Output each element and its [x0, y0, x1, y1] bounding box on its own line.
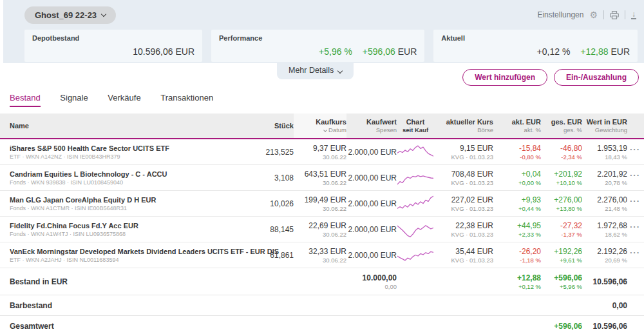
wert-cell: 2.201,92 20,78 % — [582, 170, 627, 186]
name-cell: Fidelity Fd.China Focus Fd.Y Acc EUR Fon… — [10, 222, 263, 237]
tab-bestand[interactable]: Bestand — [10, 93, 41, 107]
kaufkurs-cell: 9,37 EUR 30.06.22 — [294, 144, 346, 161]
asset-name-link[interactable]: iShares S&P 500 Health Care Sector UCITS… — [10, 144, 263, 152]
aktuell-amount: +12,88 — [580, 46, 608, 57]
table-row[interactable]: iShares S&P 500 Health Care Sector UCITS… — [0, 139, 644, 165]
row-menu-button[interactable]: ··· — [630, 144, 640, 154]
performance-card: Performance +5,96 %+596,06 EUR — [211, 30, 424, 62]
aktuell-label: Aktuell — [441, 34, 630, 42]
deposit-withdraw-button[interactable]: Ein-/Auszahlung — [554, 69, 639, 86]
bestand-wert: 10.596,06 — [582, 277, 627, 286]
bestand-summary-label: Bestand in EUR — [10, 277, 263, 286]
toolbar-divider — [603, 10, 604, 19]
table-body: iShares S&P 500 Health Care Sector UCITS… — [0, 139, 644, 268]
kaufwert-cell: 2.000,00 EUR — [346, 199, 397, 208]
gesamtwert-wert: 10.596,06 — [582, 322, 627, 331]
asset-name-link[interactable]: Man GLG Japan CoreAlpha Equity D H EUR — [10, 196, 263, 204]
action-buttons: Wert hinzufügen Ein-/Auszahlung — [462, 69, 639, 86]
ges-change: +276,00 +13,80 % — [541, 195, 582, 212]
column-kaufwert: Kaufwert Spesen — [346, 118, 397, 133]
tab-verkaeufe[interactable]: Verkäufe — [108, 93, 140, 106]
ges-change: -27,32 -1,37 % — [541, 221, 582, 238]
name-cell: VanEck Morningstar Developed Markets Div… — [10, 248, 263, 263]
summary-cards: Depotbestand 10.596,06 EUR Performance +… — [24, 30, 638, 62]
barbestand-wert: 0,00 — [582, 301, 627, 310]
sparkline-chart — [397, 169, 434, 187]
stueck-cell: 10,026 — [263, 199, 294, 208]
row-menu-button[interactable]: ··· — [630, 170, 640, 180]
more-details-toggle[interactable]: Mehr Details — [277, 63, 354, 79]
sort-chevron-icon — [323, 128, 327, 132]
gesamtwert-row: Gesamtwert +596,06 10.596,06 — [0, 316, 644, 334]
column-chart: Chart seit Kauf — [397, 118, 434, 133]
wert-cell: 1.953,19 18,43 % — [582, 144, 627, 161]
sparkline-chart — [397, 246, 434, 264]
aktuell-card: Aktuell +0,12 %+12,88 EUR — [433, 30, 638, 62]
aktuell-percent: +0,12 % — [537, 46, 571, 57]
kaufwert-cell: 2.000,00 EUR — [346, 173, 397, 182]
akt-change: +0,04 +0,00 % — [493, 170, 541, 186]
tab-bar: Bestand Signale Verkäufe Transaktionen — [10, 93, 644, 107]
name-cell: Man GLG Japan CoreAlpha Equity D H EUR F… — [10, 196, 263, 211]
sparkline-chart — [397, 221, 434, 239]
row-menu-button[interactable]: ··· — [630, 196, 640, 206]
kurs-cell: 708,48 EUR KVG · 01.03.23 — [434, 170, 493, 186]
bestand-summary-row: Bestand in EUR 10.000,00 0,00 +12,88 +0,… — [0, 268, 644, 295]
download-icon[interactable]: ↓ — [631, 11, 636, 19]
performance-label: Performance — [219, 34, 417, 42]
table-row[interactable]: Candriam Equities L Biotechnology - C - … — [0, 165, 644, 191]
column-ges-eur: ges. EUR ges. % — [541, 118, 582, 133]
barbestand-row: Barbestand 0,00 — [0, 295, 644, 316]
barbestand-label: Barbestand — [10, 301, 263, 310]
depotbestand-value: 10.596,06 EUR — [133, 46, 194, 57]
bestand-kaufwert: 10.000,00 0,00 — [346, 273, 397, 290]
header-toolbar: Einstellungen ⚙ ↓ — [537, 10, 636, 19]
column-stueck: Stück — [263, 122, 294, 130]
aktuell-value: +0,12 %+12,88 EUR — [537, 46, 630, 57]
portfolio-selector[interactable]: Ghost_69 22-23 — [24, 6, 116, 24]
column-akt-eur: akt. EUR akt. % — [493, 118, 541, 133]
holdings-table: Name Stück Kaufkurs Datum Kaufwert Spese… — [0, 113, 644, 334]
row-menu-button[interactable]: ··· — [630, 248, 640, 257]
gear-icon[interactable]: ⚙ — [589, 10, 598, 19]
asset-name-link[interactable]: VanEck Morningstar Developed Markets Div… — [10, 248, 263, 255]
performance-currency: EUR — [398, 46, 417, 57]
kaufkurs-cell: 199,49 EUR 30.06.22 — [294, 195, 346, 212]
performance-percent: +5,96 % — [319, 46, 352, 57]
wert-cell: 1.972,68 18,62 % — [582, 221, 627, 238]
kaufkurs-cell: 22,69 EUR 30.06.22 — [294, 221, 346, 238]
stueck-cell: 213,525 — [263, 148, 294, 157]
row-menu-button[interactable]: ··· — [630, 222, 640, 231]
aktuell-currency: EUR — [611, 46, 630, 57]
more-details-label: Mehr Details — [289, 66, 334, 75]
toolbar-divider — [625, 10, 625, 19]
asset-name-link[interactable]: Candriam Equities L Biotechnology - C - … — [10, 170, 263, 178]
tab-transaktionen[interactable]: Transaktionen — [160, 93, 213, 106]
portfolio-header: Ghost_69 22-23 Einstellungen ⚙ ↓ Depotbe… — [3, 0, 644, 63]
table-row[interactable]: VanEck Morningstar Developed Markets Div… — [0, 242, 644, 268]
column-wert-in-eur: Wert in EUR Gewichtung — [582, 118, 627, 133]
table-row[interactable]: Fidelity Fd.China Focus Fd.Y Acc EUR Fon… — [0, 217, 644, 242]
kaufwert-cell: 2.000,00 EUR — [346, 225, 397, 234]
ges-change: +201,92 +10,10 % — [541, 170, 582, 186]
asset-meta: Fonds · WKN 939838 · ISIN LU0108459040 — [10, 179, 263, 186]
asset-name-link[interactable]: Fidelity Fd.China Focus Fd.Y Acc EUR — [10, 222, 263, 230]
gesamtwert-label: Gesamtwert — [10, 322, 263, 331]
wert-cell: 2.192,26 20,69 % — [582, 247, 627, 264]
kaufkurs-cell: 32,33 EUR 30.06.22 — [294, 247, 346, 264]
tab-signale[interactable]: Signale — [60, 93, 88, 106]
depotbestand-card: Depotbestand 10.596,06 EUR — [24, 30, 202, 62]
name-cell: iShares S&P 500 Health Care Sector UCITS… — [10, 144, 263, 160]
bestand-ges-change: +596,06 +5,96 % — [541, 273, 582, 290]
column-kaufkurs-sort[interactable]: Kaufkurs Datum — [294, 113, 346, 138]
sparkline-chart — [397, 195, 434, 213]
kurs-cell: 227,02 EUR KVG · 01.03.23 — [434, 195, 493, 212]
add-value-button[interactable]: Wert hinzufügen — [462, 69, 547, 86]
table-row[interactable]: Man GLG Japan CoreAlpha Equity D H EUR F… — [0, 191, 644, 217]
kurs-cell: 22,38 EUR KVG · 01.03.23 — [434, 221, 493, 238]
printer-icon[interactable] — [610, 11, 619, 19]
portfolio-name: Ghost_69 22-23 — [35, 10, 97, 20]
ges-change: -46,80 -2,34 % — [541, 144, 582, 161]
settings-link[interactable]: Einstellungen — [537, 10, 583, 19]
name-cell: Candriam Equities L Biotechnology - C - … — [10, 170, 263, 186]
